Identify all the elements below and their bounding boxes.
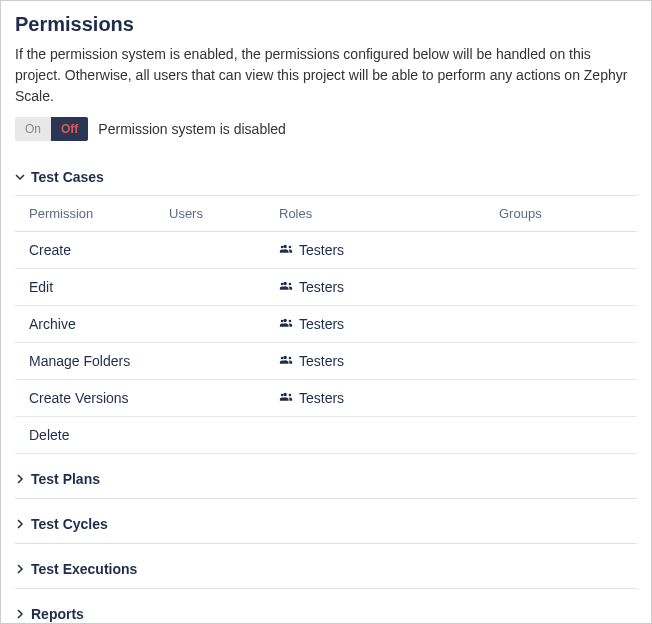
col-header-users: Users (169, 206, 279, 221)
permissions-table: Permission Users Roles Groups CreateTest… (15, 196, 637, 454)
section-test-cases: Test Cases Permission Users Roles Groups… (15, 159, 637, 454)
chevron-right-icon (15, 519, 25, 529)
table-row[interactable]: EditTesters (15, 269, 637, 306)
users-icon (279, 391, 293, 405)
chevron-right-icon (15, 609, 25, 619)
section-header[interactable]: Test Cycles (15, 505, 637, 544)
users-icon (279, 354, 293, 368)
section-title: Test Cycles (31, 516, 108, 532)
cell-roles: Testers (279, 390, 499, 406)
cell-roles: Testers (279, 279, 499, 295)
cell-permission: Archive (29, 316, 169, 332)
users-icon (279, 280, 293, 294)
users-icon (279, 317, 293, 331)
cell-permission: Create (29, 242, 169, 258)
toggle-status-text: Permission system is disabled (98, 121, 286, 137)
role-label: Testers (299, 279, 344, 295)
section-collapsed: Test Executions (15, 550, 637, 589)
section-collapsed: Test Cycles (15, 505, 637, 544)
chevron-right-icon (15, 564, 25, 574)
description-text: If the permission system is enabled, the… (15, 44, 637, 107)
toggle-off[interactable]: Off (51, 117, 88, 141)
section-title: Test Executions (31, 561, 137, 577)
table-row[interactable]: CreateTesters (15, 232, 637, 269)
role-label: Testers (299, 316, 344, 332)
section-title: Reports (31, 606, 84, 622)
role-label: Testers (299, 242, 344, 258)
section-header[interactable]: Test Executions (15, 550, 637, 589)
cell-roles: Testers (279, 316, 499, 332)
users-icon (279, 243, 293, 257)
section-header[interactable]: Test Plans (15, 460, 637, 499)
chevron-down-icon (15, 172, 25, 182)
page-title: Permissions (15, 13, 637, 36)
toggle-on[interactable]: On (15, 117, 51, 141)
section-header[interactable]: Reports (15, 595, 637, 624)
cell-roles: Testers (279, 353, 499, 369)
col-header-groups: Groups (499, 206, 623, 221)
permission-toggle[interactable]: On Off (15, 117, 88, 141)
chevron-right-icon (15, 474, 25, 484)
table-row[interactable]: Create VersionsTesters (15, 380, 637, 417)
cell-permission: Manage Folders (29, 353, 169, 369)
col-header-roles: Roles (279, 206, 499, 221)
section-collapsed: Test Plans (15, 460, 637, 499)
cell-permission: Edit (29, 279, 169, 295)
section-collapsed: Reports (15, 595, 637, 624)
section-title: Test Cases (31, 169, 104, 185)
cell-roles: Testers (279, 242, 499, 258)
role-label: Testers (299, 353, 344, 369)
section-header-test-cases[interactable]: Test Cases (15, 159, 637, 196)
table-row[interactable]: Delete (15, 417, 637, 454)
cell-permission: Delete (29, 427, 169, 443)
cell-permission: Create Versions (29, 390, 169, 406)
table-header: Permission Users Roles Groups (15, 196, 637, 232)
table-row[interactable]: ArchiveTesters (15, 306, 637, 343)
section-title: Test Plans (31, 471, 100, 487)
toggle-row: On Off Permission system is disabled (15, 117, 637, 141)
col-header-permission: Permission (29, 206, 169, 221)
table-row[interactable]: Manage FoldersTesters (15, 343, 637, 380)
role-label: Testers (299, 390, 344, 406)
